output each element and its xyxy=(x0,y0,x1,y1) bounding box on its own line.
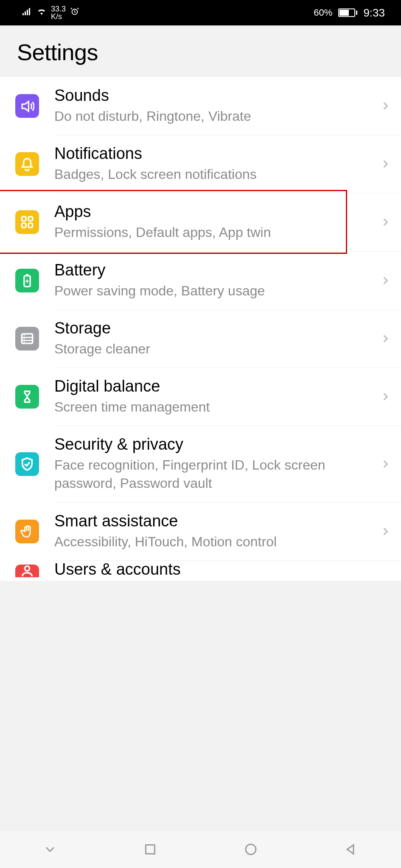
svg-rect-0 xyxy=(22,13,24,15)
item-subtitle: Screen time management xyxy=(54,398,376,416)
bell-icon xyxy=(15,152,39,176)
settings-item-storage[interactable]: Storage Storage cleaner xyxy=(0,310,401,367)
chevron-right-icon xyxy=(380,459,391,470)
item-text: Notifications Badges, Lock screen notifi… xyxy=(54,145,376,184)
item-subtitle: Storage cleaner xyxy=(54,340,376,358)
settings-list-wrap: Sounds Do not disturb, Ringtone, Vibrate… xyxy=(0,77,401,581)
item-text: Users & accounts xyxy=(54,561,391,581)
item-text: Security & privacy Face recognition, Fin… xyxy=(54,435,376,492)
volume-icon xyxy=(15,94,39,118)
settings-item-users-accounts[interactable]: Users & accounts xyxy=(0,561,401,581)
settings-item-sounds[interactable]: Sounds Do not disturb, Ringtone, Vibrate xyxy=(0,77,401,135)
item-subtitle: Do not disturb, Ringtone, Vibrate xyxy=(54,107,376,125)
item-title: Sounds xyxy=(54,86,376,105)
chevron-right-icon xyxy=(380,217,391,228)
settings-item-security-privacy[interactable]: Security & privacy Face recognition, Fin… xyxy=(0,426,401,502)
storage-icon xyxy=(15,327,39,351)
users-icon xyxy=(15,565,39,577)
svg-rect-5 xyxy=(146,845,155,854)
svg-rect-1 xyxy=(25,11,26,15)
svg-marker-7 xyxy=(347,845,353,854)
signal-icon xyxy=(22,6,32,19)
item-title: Digital balance xyxy=(54,377,376,395)
item-title: Smart assistance xyxy=(54,512,376,530)
chevron-right-icon xyxy=(380,100,391,111)
page-header: Settings xyxy=(0,25,401,77)
item-title: Apps xyxy=(54,203,376,221)
chevron-right-icon xyxy=(380,159,391,170)
item-title: Security & privacy xyxy=(54,435,376,453)
settings-item-notifications[interactable]: Notifications Badges, Lock screen notifi… xyxy=(0,135,401,193)
item-subtitle: Badges, Lock screen notifications xyxy=(54,165,376,184)
clock-text: 9:33 xyxy=(363,6,385,19)
item-subtitle: Permissions, Default apps, App twin xyxy=(54,223,376,242)
chevron-right-icon xyxy=(380,275,391,286)
wifi-icon xyxy=(36,6,47,19)
chevron-right-icon xyxy=(380,391,391,402)
settings-list[interactable]: Sounds Do not disturb, Ringtone, Vibrate… xyxy=(0,77,401,581)
nav-back-button[interactable] xyxy=(342,840,360,859)
nav-recent-button[interactable] xyxy=(141,840,160,859)
battery-percent: 60% xyxy=(314,7,332,18)
item-text: Battery Power saving mode, Battery usage xyxy=(54,261,376,300)
speed-top: 33.3 xyxy=(51,5,66,13)
chevron-right-icon xyxy=(380,333,391,344)
svg-rect-3 xyxy=(29,8,30,15)
item-title: Notifications xyxy=(54,145,376,163)
alarm-icon xyxy=(70,7,79,19)
navigation-bar xyxy=(0,830,401,868)
settings-item-smart-assistance[interactable]: Smart assistance Accessibility, HiTouch,… xyxy=(0,503,401,560)
nav-home-button[interactable] xyxy=(241,840,260,859)
item-title: Storage xyxy=(54,319,376,337)
shield-icon xyxy=(15,452,39,476)
status-bar: 33.3 K/s 60% 9:33 xyxy=(0,0,401,25)
item-title: Users & accounts xyxy=(54,561,391,579)
hand-icon xyxy=(15,520,39,543)
svg-rect-2 xyxy=(27,10,28,15)
network-speed: 33.3 K/s xyxy=(51,5,66,20)
settings-item-apps[interactable]: Apps Permissions, Default apps, App twin xyxy=(0,193,401,251)
item-subtitle: Accessibility, HiTouch, Motion control xyxy=(54,533,376,551)
battery-icon xyxy=(336,8,357,17)
chevron-right-icon xyxy=(380,526,391,537)
item-title: Battery xyxy=(54,261,376,279)
settings-item-battery[interactable]: Battery Power saving mode, Battery usage xyxy=(0,252,401,309)
hourglass-icon xyxy=(15,385,39,409)
svg-point-6 xyxy=(246,844,256,854)
item-subtitle: Power saving mode, Battery usage xyxy=(54,282,376,300)
speed-bottom: K/s xyxy=(51,13,66,20)
page-title: Settings xyxy=(17,39,384,65)
item-text: Storage Storage cleaner xyxy=(54,319,376,358)
settings-item-digital-balance[interactable]: Digital balance Screen time management xyxy=(0,368,401,426)
item-text: Apps Permissions, Default apps, App twin xyxy=(54,203,376,242)
item-text: Smart assistance Accessibility, HiTouch,… xyxy=(54,512,376,551)
apps-icon xyxy=(15,210,39,234)
item-subtitle: Face recognition, Fingerprint ID, Lock s… xyxy=(54,456,376,492)
battery-icon xyxy=(15,269,39,292)
item-text: Sounds Do not disturb, Ringtone, Vibrate xyxy=(54,86,376,125)
nav-hide-button[interactable] xyxy=(41,840,59,859)
item-text: Digital balance Screen time management xyxy=(54,377,376,416)
status-left: 33.3 K/s xyxy=(22,5,79,20)
status-right: 60% 9:33 xyxy=(314,6,385,19)
